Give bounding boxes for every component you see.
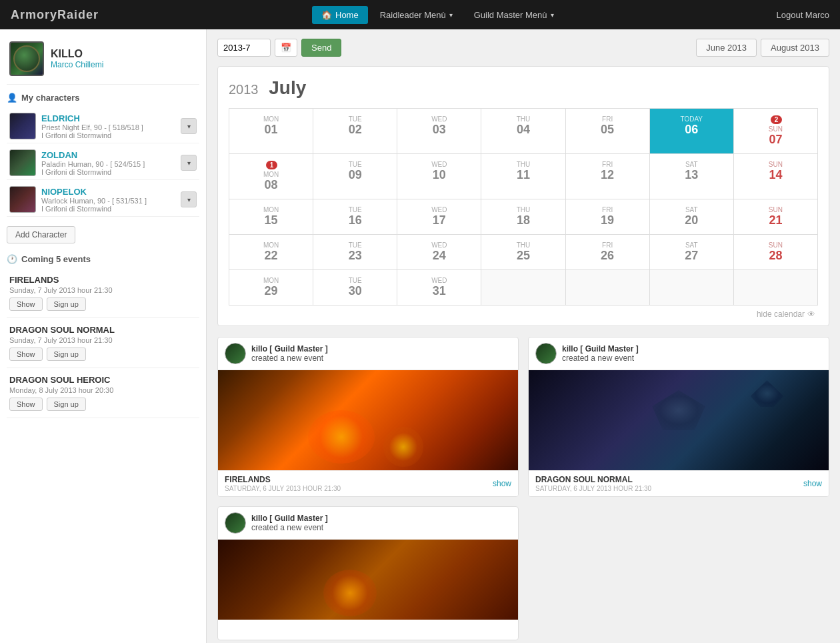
calendar-day-name: MON xyxy=(233,115,309,123)
calendar-day[interactable]: SAT20 xyxy=(649,199,733,235)
show-activity-dragon-soul-link[interactable]: show xyxy=(803,479,822,488)
show-activity-firelands-link[interactable]: show xyxy=(493,479,511,488)
calendar-day-number: 25 xyxy=(485,249,561,263)
calendar-day[interactable]: WED17 xyxy=(397,199,481,235)
caret-icon: ▾ xyxy=(449,11,453,19)
calendar-day[interactable]: 1MON08 xyxy=(229,154,313,199)
calendar-day[interactable]: WED31 xyxy=(397,270,481,305)
calendar-day-name: THU xyxy=(485,161,561,168)
character-list: ELDRICH Priest Night Elf, 90 - [ 518/518… xyxy=(7,109,199,217)
calendar-day[interactable]: SAT13 xyxy=(649,154,733,199)
calendar-toolbar-right: June 2013 August 2013 xyxy=(696,39,829,57)
calendar-day[interactable]: TUE30 xyxy=(313,270,397,305)
next-month-button[interactable]: August 2013 xyxy=(761,39,829,57)
calendar-day-number: 18 xyxy=(485,213,561,227)
add-character-button[interactable]: Add Character xyxy=(7,226,75,243)
calendar-widget: 2013 July MON01TUE02WED03THU04FRI05TODAY… xyxy=(217,66,829,326)
character-dropdown-eldrich[interactable]: ▾ xyxy=(181,118,197,134)
logout-link[interactable]: Logout Marco xyxy=(776,10,829,20)
nav-home[interactable]: 🏠 Home xyxy=(312,6,368,24)
calendar-day[interactable]: THU18 xyxy=(481,199,565,235)
calendar-day[interactable]: THU25 xyxy=(481,235,565,270)
calendar-day-number: 07 xyxy=(738,133,813,147)
activity-image-firelands xyxy=(218,370,518,470)
calendar-toolbar-left: 📅 Send xyxy=(217,39,341,57)
calendar-day[interactable]: WED24 xyxy=(397,235,481,270)
user-avatar xyxy=(9,41,44,76)
calendar-day-number: 17 xyxy=(401,213,477,227)
show-event-dragon-soul-normal-button[interactable]: Show xyxy=(9,348,43,361)
calendar-day-name: MON xyxy=(233,171,309,178)
nav-raidleader[interactable]: Raidleader Menù ▾ xyxy=(371,6,462,24)
calendar-day[interactable]: MON15 xyxy=(229,199,313,235)
calendar-day-number: 14 xyxy=(738,168,813,182)
signup-event-dragon-soul-normal-button[interactable]: Sign up xyxy=(47,348,86,361)
character-dropdown-niopelok[interactable]: ▾ xyxy=(181,191,197,207)
show-event-dragon-soul-heroic-button[interactable]: Show xyxy=(9,398,43,411)
navbar: ArmoryRaider 🏠 Home Raidleader Menù ▾ Gu… xyxy=(0,0,840,29)
calendar-day[interactable] xyxy=(481,270,565,305)
calendar-day-number: 02 xyxy=(317,123,393,137)
calendar-day-number: 03 xyxy=(401,123,477,137)
calendar-day-name: THU xyxy=(485,241,561,249)
calendar-day[interactable] xyxy=(733,270,817,305)
calendar-day[interactable]: MON22 xyxy=(229,235,313,270)
calendar-day[interactable] xyxy=(565,270,649,305)
prev-month-button[interactable]: June 2013 xyxy=(696,39,757,57)
coming-events-header: 🕐 Coming 5 events xyxy=(7,254,199,264)
my-characters-section-header: 👤 My characters xyxy=(7,93,199,103)
character-item-eldrich: ELDRICH Priest Night Elf, 90 - [ 518/518… xyxy=(7,109,199,143)
calendar-send-button[interactable]: Send xyxy=(301,39,341,57)
calendar-day[interactable]: WED10 xyxy=(397,154,481,199)
calendar-day[interactable]: FRI05 xyxy=(565,109,649,154)
signup-event-dragon-soul-heroic-button[interactable]: Sign up xyxy=(47,398,86,411)
calendar-day[interactable]: TODAY06 xyxy=(649,109,733,154)
show-event-firelands-button[interactable]: Show xyxy=(9,297,43,311)
calendar-day-number: 27 xyxy=(654,249,729,263)
calendar-day-name: THU xyxy=(485,115,561,123)
calendar-day-name: THU xyxy=(485,206,561,213)
calendar-day[interactable]: 2SUN07 xyxy=(733,109,817,154)
activity-text-2: killo [ Guild Master ]created a new even… xyxy=(562,344,639,363)
calendar-day[interactable]: SUN21 xyxy=(733,199,817,235)
activity-avatar-killo-1 xyxy=(225,343,246,364)
calendar-day-number: 29 xyxy=(233,284,309,298)
calendar-day[interactable]: SAT27 xyxy=(649,235,733,270)
calendar-picker-button[interactable]: 📅 xyxy=(275,39,297,57)
calendar-day[interactable]: FRI12 xyxy=(565,154,649,199)
calendar-date-input[interactable] xyxy=(217,39,271,57)
calendar-day-name: TUE xyxy=(317,161,393,168)
calendar-day[interactable]: THU11 xyxy=(481,154,565,199)
calendar-day-number: 11 xyxy=(485,168,561,182)
calendar-day-name: SUN xyxy=(738,241,813,249)
character-dropdown-zoldan[interactable]: ▾ xyxy=(181,155,197,171)
calendar-day[interactable]: MON01 xyxy=(229,109,313,154)
calendar-day[interactable]: TUE09 xyxy=(313,154,397,199)
user-profile-link[interactable]: Marco Chillemi xyxy=(51,60,103,69)
avatar-inner xyxy=(13,45,40,72)
character-info-zoldan: ZOLDAN Paladin Human, 90 - [ 524/515 ] I… xyxy=(41,150,175,176)
calendar-day[interactable]: SUN14 xyxy=(733,154,817,199)
calendar-day[interactable] xyxy=(649,270,733,305)
calendar-day[interactable]: FRI26 xyxy=(565,235,649,270)
calendar-day[interactable]: TUE23 xyxy=(313,235,397,270)
calendar-day-name: MON xyxy=(233,241,309,249)
calendar-day[interactable]: THU04 xyxy=(481,109,565,154)
calendar-day-name: FRI xyxy=(570,115,645,123)
calendar-day-name: SUN xyxy=(738,206,813,213)
calendar-day-number: 10 xyxy=(401,168,477,182)
nav-guildmaster[interactable]: Guild Master Menù ▾ xyxy=(465,6,563,24)
coming-event-firelands: FIRELANDS Sunday, 7 July 2013 hour 21:30… xyxy=(7,271,199,318)
signup-event-firelands-button[interactable]: Sign up xyxy=(47,297,86,311)
hide-calendar-link[interactable]: hide calendar 👁 xyxy=(231,309,815,319)
calendar-day[interactable]: TUE16 xyxy=(313,199,397,235)
calendar-day-number: 08 xyxy=(233,178,309,192)
calendar-day[interactable]: SUN28 xyxy=(733,235,817,270)
calendar-day-number: 24 xyxy=(401,249,477,263)
calendar-day[interactable]: FRI19 xyxy=(565,199,649,235)
calendar-day[interactable]: TUE02 xyxy=(313,109,397,154)
calendar-day[interactable]: MON29 xyxy=(229,270,313,305)
character-avatar-niopelok xyxy=(9,186,36,213)
calendar-day[interactable]: WED03 xyxy=(397,109,481,154)
calendar-day-number: 13 xyxy=(654,168,729,182)
